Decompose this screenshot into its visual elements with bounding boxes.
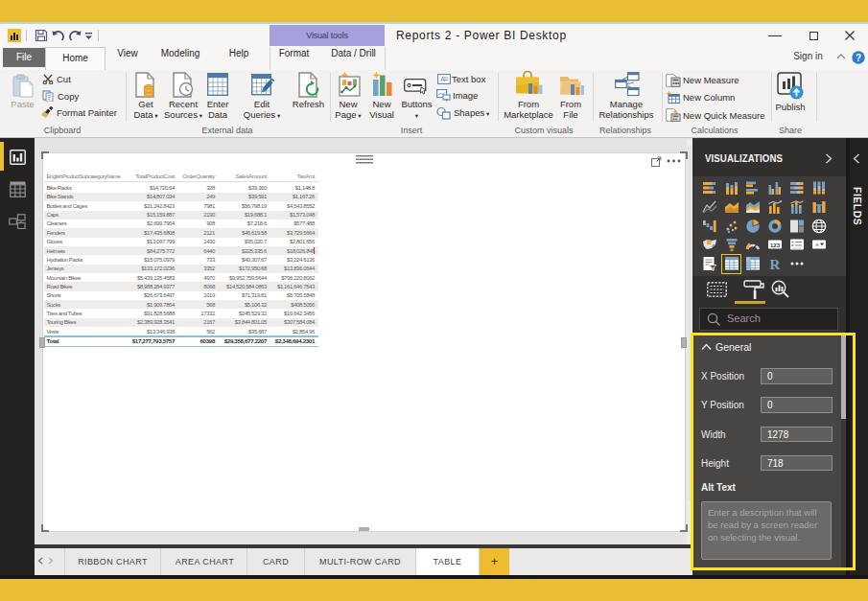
- svg-text:?: ?: [856, 53, 861, 63]
- svg-text:123: 123: [770, 243, 781, 248]
- svg-text:A: A: [440, 76, 445, 82]
- svg-text:R: R: [770, 257, 781, 271]
